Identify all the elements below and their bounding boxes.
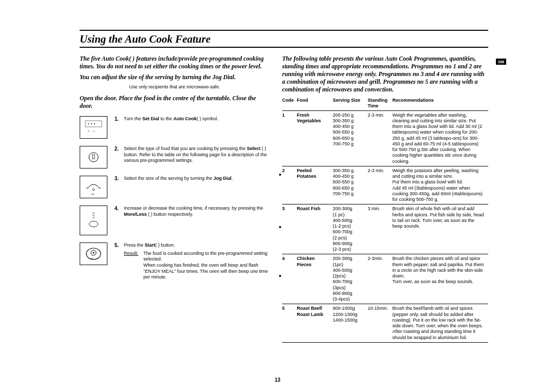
binding-dot-icon <box>279 275 281 277</box>
cell-size: 200-250 g 300-350 g 400-450 g 500-550 g … <box>333 110 368 166</box>
binding-dot-icon <box>279 226 281 228</box>
intro-text-2: You can adjust the size of the serving b… <box>80 73 270 81</box>
cell-size: 900-1000g 1200-1300g 1400-1500g <box>333 304 368 343</box>
step-text: Increase or decrease the cooking time, i… <box>124 206 270 217</box>
step-5: + 30s 5. Press the Start( ) button. Resu… <box>80 242 270 281</box>
step-1: °Ch 1. Turn the Set Dial to the Auto Coo… <box>80 116 270 139</box>
more-less-icon <box>80 206 107 235</box>
th-size: Serving Size <box>333 97 368 110</box>
cell-time: 3 min. <box>368 204 393 254</box>
auto-cook-table: Code Food Serving Size Standing Time Rec… <box>282 97 488 343</box>
svg-point-10 <box>89 221 98 227</box>
step-number: 3. <box>113 176 119 181</box>
svg-rect-0 <box>85 121 102 127</box>
top-rule <box>80 30 488 31</box>
table-row: 3Roast Fish200-300g (1 pc) 400-500g (1-2… <box>282 204 488 254</box>
th-rec: Recommendations <box>393 97 489 110</box>
th-code: Code <box>282 97 297 110</box>
result-label: Result: <box>124 251 138 281</box>
svg-rect-7 <box>92 155 95 159</box>
cell-code: 1 <box>282 110 297 166</box>
cell-food: Roast Beef/ Roast Lamb <box>297 304 333 343</box>
cell-size: 200-300g (1pc) 400-500g (2pcs) 600-700g … <box>333 254 368 304</box>
jog-dial-icon: + 30s <box>80 176 107 198</box>
step-text: Turn the Set Dial to the Auto Cook( ) sy… <box>124 116 218 122</box>
cell-time: 2-3min. <box>368 254 393 304</box>
dial-illustration-icon: °Ch <box>80 116 107 139</box>
step-number: 2. <box>113 146 119 152</box>
cell-size: 300-350 g 400-450 g 500-550 g 600-650 g … <box>333 166 368 204</box>
cell-code: 4 <box>282 254 297 304</box>
language-badge: GB <box>496 59 506 65</box>
safety-note: Use only recipients that are microwave-s… <box>80 84 270 89</box>
cell-food: Fresh Vegetables <box>297 110 333 166</box>
svg-point-6 <box>89 153 98 162</box>
step-text: Select the type of food that you are coo… <box>124 146 270 164</box>
svg-text:°C: °C <box>87 130 90 133</box>
steps-list: °Ch 1. Turn the Set Dial to the Auto Coo… <box>80 116 270 281</box>
cell-size: 200-300g (1 pc) 400-500g (1-2 pcs) 600-7… <box>333 204 368 254</box>
cell-rec: Weigh the potatoes after peeling, washin… <box>393 166 489 204</box>
svg-point-8 <box>92 189 95 191</box>
page-number: 13 <box>0 377 555 383</box>
right-column: The following table presents the various… <box>282 55 488 343</box>
th-food: Food <box>297 97 333 110</box>
two-column-layout: The five Auto Cook( ) features include/p… <box>80 55 488 343</box>
intro-text-3: Open the door. Place the food in the cen… <box>80 95 270 110</box>
step-3: + 30s 3. Select the size of the serving … <box>80 176 270 198</box>
cell-food: Peeled Potatoes <box>297 166 333 204</box>
table-intro: The following table presents the various… <box>282 55 488 94</box>
cell-rec: Brush skin of whole fish with oil and ad… <box>393 204 489 254</box>
svg-text:h: h <box>94 130 95 133</box>
table-row: 4Chicken Pieces200-300g (1pc) 400-500g (… <box>282 254 488 304</box>
step-text: Select the size of the serving by turnin… <box>124 176 233 182</box>
cell-rec: Weigh the vegetables after washing, clea… <box>393 110 489 166</box>
cell-time: 10-15min. <box>368 304 393 343</box>
step-number: 1. <box>113 116 119 122</box>
binding-dot-icon <box>279 174 281 176</box>
result-row: Result: The food is cooked according to … <box>124 251 270 281</box>
step-text: Press the Start( ) button. Result: The f… <box>124 242 270 281</box>
svg-point-2 <box>91 123 92 124</box>
cell-code: 3 <box>282 204 297 254</box>
svg-point-13 <box>93 252 95 254</box>
step-2: 2. Select the type of food that you are … <box>80 146 270 169</box>
cell-time: 2-3 min. <box>368 110 393 166</box>
svg-text:+ 30s: + 30s <box>90 258 94 260</box>
cell-time: 2-3 min. <box>368 166 393 204</box>
start-button-icon: + 30s <box>80 242 107 265</box>
left-column: The five Auto Cook( ) features include/p… <box>80 55 270 343</box>
intro-text-1: The five Auto Cook( ) features include/p… <box>80 55 270 70</box>
step-number: 4. <box>113 206 119 211</box>
select-button-icon <box>80 146 107 169</box>
table-row: 2Peeled Potatoes300-350 g 400-450 g 500-… <box>282 166 488 204</box>
step-number: 5. <box>113 242 119 248</box>
table-row: 1Fresh Vegetables200-250 g 300-350 g 400… <box>282 110 488 166</box>
page-title: Using the Auto Cook Feature <box>80 33 488 48</box>
th-time: Standing Time <box>368 97 393 110</box>
svg-text:+ 30s: + 30s <box>90 193 95 195</box>
cell-rec: Brush the beef/lamb with oil and spices … <box>393 304 489 343</box>
svg-point-3 <box>94 123 95 124</box>
result-text: The food is cooked according to the pre-… <box>143 251 270 281</box>
svg-point-1 <box>88 123 89 124</box>
step-4: 4. Increase or decrease the cooking time… <box>80 206 270 235</box>
cell-food: Roast Fish <box>297 204 333 254</box>
cell-code: 2 <box>282 166 297 204</box>
table-row: 5Roast Beef/ Roast Lamb900-1000g 1200-13… <box>282 304 488 343</box>
cell-code: 5 <box>282 304 297 343</box>
cell-food: Chicken Pieces <box>297 254 333 304</box>
cell-rec: Brush the chicken pieces with oil and sp… <box>393 254 489 304</box>
manual-page: Using the Auto Cook Feature GB The five … <box>0 0 555 392</box>
